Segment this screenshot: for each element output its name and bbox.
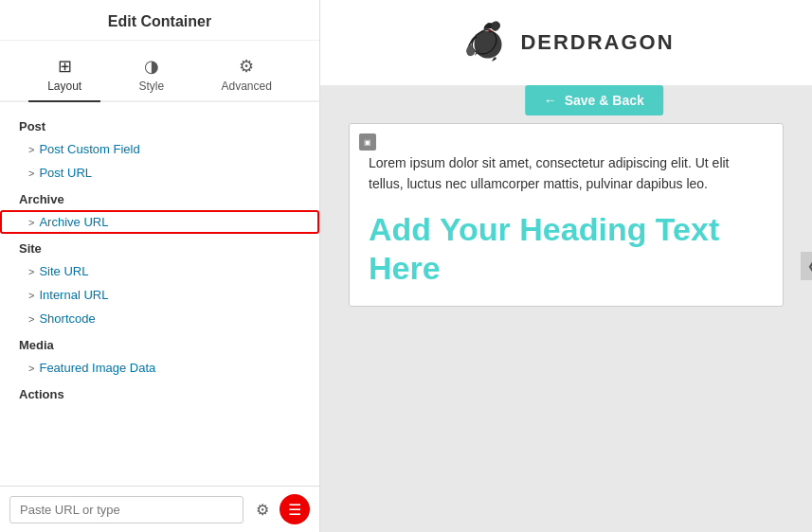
menu-item-label: Internal URL xyxy=(39,288,108,302)
menu-item-label: Site URL xyxy=(39,264,88,278)
collapse-icon: ❮ xyxy=(807,259,812,273)
section-media-title: Media xyxy=(19,338,54,352)
panel-title: Edit Container xyxy=(108,13,211,29)
bottom-icons: ⚙ ☰ xyxy=(249,494,310,524)
save-back-label: Save & Back xyxy=(565,93,644,108)
panel-header: Edit Container xyxy=(0,0,319,41)
arrow-icon: > xyxy=(28,266,34,277)
arrow-icon: > xyxy=(28,144,34,155)
menu-item-site-url[interactable]: > Site URL xyxy=(0,259,319,283)
menu-item-label: Post URL xyxy=(39,166,92,180)
right-panel: DERDRAGON ← Save & Back ▣ Lorem ipsum do… xyxy=(320,0,812,532)
menu-item-shortcode[interactable]: > Shortcode xyxy=(0,307,319,330)
tab-style-label: Style xyxy=(138,80,164,93)
section-post: Post xyxy=(0,112,319,137)
arrow-icon: > xyxy=(28,290,34,301)
menu-item-featured-image[interactable]: > Featured Image Data xyxy=(0,356,319,380)
tab-style[interactable]: ◑ Style xyxy=(119,50,183,100)
style-icon: ◑ xyxy=(144,56,159,77)
url-input[interactable] xyxy=(9,496,244,523)
left-panel: Edit Container ⊞ Layout ◑ Style ⚙ Advanc… xyxy=(0,0,320,532)
menu-item-label: Archive URL xyxy=(39,215,108,229)
tab-advanced[interactable]: ⚙ Advanced xyxy=(202,50,290,100)
dragon-logo xyxy=(458,14,514,71)
section-post-title: Post xyxy=(19,119,45,133)
handle-icon: ▣ xyxy=(364,138,371,147)
list-button[interactable]: ☰ xyxy=(280,494,310,524)
section-archive: Archive xyxy=(0,185,319,210)
save-back-button[interactable]: ← Save & Back xyxy=(525,85,663,115)
menu-item-label: Featured Image Data xyxy=(39,361,155,375)
tab-advanced-label: Advanced xyxy=(221,80,271,93)
tabs-bar: ⊞ Layout ◑ Style ⚙ Advanced xyxy=(0,41,319,102)
menu-item-archive-url[interactable]: > Archive URL xyxy=(0,210,319,234)
arrow-icon: > xyxy=(28,168,34,179)
arrow-icon: > xyxy=(28,313,34,325)
gear-icon: ⚙ xyxy=(256,501,269,519)
section-actions: Actions xyxy=(0,380,319,405)
gear-button[interactable]: ⚙ xyxy=(249,496,276,523)
bottom-bar: ⚙ ☰ xyxy=(0,486,319,532)
layout-icon: ⊞ xyxy=(58,56,72,77)
menu-item-internal-url[interactable]: > Internal URL xyxy=(0,283,319,307)
menu-item-label: Post Custom Field xyxy=(39,142,139,156)
section-archive-title: Archive xyxy=(19,192,64,206)
list-icon: ☰ xyxy=(288,501,301,519)
section-site-title: Site xyxy=(19,241,42,256)
collapse-arrow-button[interactable]: ❮ xyxy=(801,252,812,280)
arrow-icon: > xyxy=(28,217,34,228)
tab-layout-label: Layout xyxy=(47,80,81,93)
site-name: DERDRAGON xyxy=(520,30,674,55)
box-handle[interactable]: ▣ xyxy=(359,133,376,151)
section-site: Site xyxy=(0,234,319,259)
menu-scrollable: Post > Post Custom Field > Post URL Arch… xyxy=(0,102,319,486)
arrow-icon: > xyxy=(28,363,34,374)
menu-item-label: Shortcode xyxy=(39,311,95,326)
section-media: Media xyxy=(0,330,319,356)
heading-text: Add Your Heading Text Here xyxy=(369,210,764,288)
site-header: DERDRAGON xyxy=(320,0,812,85)
back-arrow-icon: ← xyxy=(544,93,557,108)
section-actions-title: Actions xyxy=(19,387,64,401)
menu-item-post-url[interactable]: > Post URL xyxy=(0,161,319,185)
tab-layout[interactable]: ⊞ Layout xyxy=(28,50,100,100)
menu-item-post-custom-field[interactable]: > Post Custom Field xyxy=(0,137,319,161)
content-box: ▣ Lorem ipsum dolor sit amet, consectetu… xyxy=(349,123,784,307)
advanced-icon: ⚙ xyxy=(239,56,254,77)
logo-area: DERDRAGON xyxy=(458,14,674,71)
lorem-text: Lorem ipsum dolor sit amet, consectetur … xyxy=(369,152,764,195)
